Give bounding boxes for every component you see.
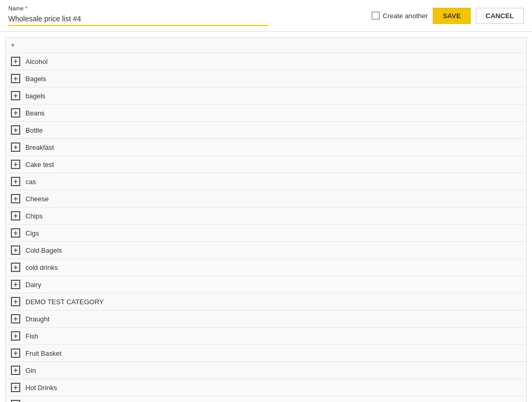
expand-icon: +	[11, 383, 20, 392]
create-another-wrap: Create another	[371, 11, 428, 20]
page-wrapper: Name * Create another SAVE CANCEL + + Al…	[0, 0, 532, 402]
expand-icon: +	[11, 348, 20, 358]
category-label: cold drinks	[25, 264, 58, 271]
expand-icon: +	[11, 245, 20, 255]
expand-icon: +	[11, 142, 20, 152]
expand-icon: +	[11, 74, 20, 83]
list-item[interactable]: + Fruit Basket	[6, 345, 526, 362]
list-item[interactable]: + Alcohol	[6, 53, 526, 70]
list-item[interactable]: + cas	[6, 173, 526, 190]
category-label: Hot Drinks	[25, 384, 57, 392]
list-item[interactable]: + Cake test	[6, 156, 526, 173]
name-field-wrap: Name *	[8, 5, 363, 26]
header: Name * Create another SAVE CANCEL	[0, 0, 532, 32]
category-label: Gin	[25, 367, 36, 374]
expand-icon: +	[11, 57, 20, 66]
name-label-text: Name	[8, 5, 23, 11]
category-label: Breakfast	[25, 144, 54, 151]
category-label: Cake test	[25, 161, 54, 168]
expand-icon: +	[11, 331, 20, 341]
list-item[interactable]: + Fish	[6, 328, 526, 345]
category-label: Draught	[25, 315, 49, 323]
name-input[interactable]	[8, 12, 268, 26]
expand-icon: +	[11, 280, 20, 289]
header-actions: Create another SAVE CANCEL	[371, 8, 524, 24]
expand-icon: +	[11, 314, 20, 323]
list-item[interactable]: + Cigs	[6, 225, 526, 242]
category-list: + + Alcohol + Bagels + bagels + Beans + …	[5, 37, 527, 402]
list-item[interactable]: + Draught	[6, 310, 526, 328]
expand-icon: +	[11, 228, 20, 238]
expand-icon: +	[11, 160, 20, 169]
expand-icon: +	[11, 263, 20, 272]
category-label: cas	[25, 178, 36, 186]
category-label: Cold Bagels	[25, 247, 62, 254]
expand-icon: +	[11, 400, 20, 402]
category-label: Fish	[25, 332, 38, 340]
list-item[interactable]: + Dairy	[6, 276, 526, 293]
expand-icon: +	[11, 211, 20, 221]
category-label: Fruit Basket	[25, 349, 61, 357]
expand-icon: +	[11, 125, 20, 135]
category-label: Chips	[25, 212, 43, 220]
list-item[interactable]: + Bottle	[6, 122, 526, 139]
top-add-row[interactable]: +	[6, 37, 526, 53]
category-label: DEMO TEST CATEGORY	[25, 298, 104, 306]
list-item[interactable]: + Cheese	[6, 190, 526, 208]
list-item[interactable]: + cold drinks	[6, 259, 526, 276]
list-item[interactable]: + Beans	[6, 105, 526, 122]
list-item[interactable]: + Cold Bagels	[6, 242, 526, 259]
expand-icon: +	[11, 366, 20, 375]
list-item[interactable]: + Gin	[6, 362, 526, 379]
category-label: Bottle	[25, 126, 43, 134]
expand-icon: +	[11, 177, 20, 186]
top-add-icon: +	[11, 41, 15, 49]
category-label: bagels	[25, 92, 45, 100]
list-item[interactable]: + bagels	[6, 87, 526, 105]
list-item[interactable]: + Hot Drinks	[6, 379, 526, 396]
list-item[interactable]: + DEMO TEST CATEGORY	[6, 293, 526, 310]
save-button[interactable]: SAVE	[433, 8, 470, 24]
category-label: Beans	[25, 109, 45, 117]
list-item[interactable]: + Bagels	[6, 70, 526, 87]
name-label: Name *	[8, 5, 363, 11]
category-label: Cheese	[25, 195, 49, 203]
list-item[interactable]: + Breakfast	[6, 139, 526, 156]
list-item[interactable]: + Chips	[6, 208, 526, 225]
category-label: Alcohol	[25, 58, 48, 66]
category-label: Cigs	[25, 229, 39, 237]
create-another-checkbox[interactable]	[371, 11, 380, 20]
required-indicator: *	[23, 5, 27, 11]
create-another-label: Create another	[383, 12, 428, 20]
expand-icon: +	[11, 108, 20, 118]
list-item[interactable]: + lager	[6, 396, 526, 402]
cancel-button[interactable]: CANCEL	[476, 8, 524, 24]
expand-icon: +	[11, 297, 20, 306]
expand-icon: +	[11, 194, 20, 203]
expand-icon: +	[11, 91, 20, 100]
category-label: Bagels	[25, 75, 46, 83]
category-label: Dairy	[25, 281, 41, 289]
